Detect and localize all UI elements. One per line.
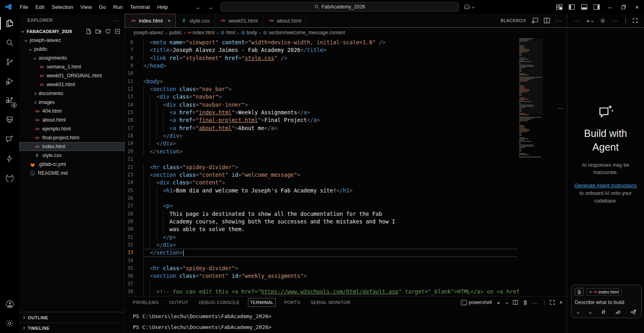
tree-item-about-html[interactable]: <>about.html	[19, 116, 124, 124]
blackbox-robot-icon[interactable]	[0, 110, 19, 130]
shell-selector[interactable]: >_ powershell	[461, 300, 492, 305]
tree-item-404-html[interactable]: <>404.html	[19, 107, 124, 116]
maximize-panel-icon[interactable]	[550, 300, 555, 305]
menu-go[interactable]: Go	[95, 4, 109, 10]
copilot-menu-button[interactable]	[464, 4, 474, 10]
tree-item-public[interactable]: public	[19, 45, 124, 54]
code-line-18[interactable]: 18</div>	[125, 132, 567, 140]
menu-file[interactable]: File	[16, 4, 32, 10]
refresh-icon[interactable]	[105, 29, 111, 34]
close-tab-icon[interactable]: ×	[167, 18, 171, 24]
tools-icon[interactable]	[601, 309, 606, 315]
explorer-icon[interactable]	[0, 14, 19, 33]
code-line-13[interactable]: 13<div class="navbar">	[125, 93, 567, 101]
breadcrumb-item[interactable]: public	[169, 30, 182, 35]
code-line-21[interactable]: 21	[125, 155, 567, 163]
gitlab-icon[interactable]	[0, 168, 19, 188]
close-panel-icon[interactable]: ×	[559, 299, 563, 306]
explorer-more-icon[interactable]: ···	[113, 17, 120, 23]
tab-about-html[interactable]: <>about.html	[263, 14, 307, 27]
code-line-34[interactable]: 34	[125, 257, 567, 265]
chat-input-box[interactable]: + <> index.html Describe what to build	[571, 285, 642, 318]
terminal-more-icon[interactable]: ···	[533, 300, 539, 306]
code-line-12[interactable]: 12<section class="nav_bar">	[125, 85, 567, 93]
code-line-15[interactable]: 15<a href="index.html">Weekly Assignment…	[125, 109, 567, 116]
search-icon[interactable]	[0, 33, 19, 52]
editor-scrollbar[interactable]	[557, 108, 564, 109]
context-chip[interactable]: + <> index.html	[586, 288, 622, 296]
tree-item-index-html[interactable]: <>index.html	[19, 142, 124, 151]
tree-item-style-css[interactable]: #style.css	[19, 151, 124, 160]
share-arrow-icon[interactable]	[615, 310, 621, 315]
code-line-36[interactable]: 36<section class="content" id="weekly_as…	[125, 272, 567, 280]
kill-terminal-icon[interactable]	[523, 300, 528, 305]
code-line-37[interactable]: 37	[125, 280, 567, 288]
breadcrumb-item[interactable]: ⊘html	[221, 30, 235, 35]
code-line-10[interactable]: 10	[125, 70, 567, 77]
terminal-tab-debug-console[interactable]: DEBUG CONSOLE	[199, 300, 239, 305]
tree-item--gitlab-ci-yml[interactable]: .gitlab-ci.yml	[19, 160, 124, 169]
toggle-sidebar-icon[interactable]	[569, 4, 575, 10]
code-line-31[interactable]: 31</p>	[125, 234, 567, 241]
toggle-panel-icon[interactable]	[581, 4, 587, 10]
code-line-19[interactable]: 19</div>	[125, 140, 567, 147]
new-folder-icon[interactable]	[95, 29, 101, 34]
sidebar-section-timeline[interactable]: TIMELINE	[19, 323, 124, 333]
code-line-28[interactable]: 28This page is destinated to show all th…	[125, 210, 567, 218]
model-chevron-icon[interactable]	[589, 310, 592, 313]
code-line-33[interactable]: 33</section>	[125, 249, 567, 256]
terminal-tab-problems[interactable]: PROBLEMS	[133, 300, 159, 305]
send-icon[interactable]	[630, 309, 636, 315]
split-editor-icon[interactable]	[544, 18, 550, 23]
menu-run[interactable]: Run	[109, 4, 126, 10]
back-arrow-icon[interactable]: ←	[196, 4, 202, 10]
mode-chevron-icon[interactable]	[577, 310, 580, 313]
code-line-29[interactable]: 29Academy course, showing both the succe…	[125, 218, 567, 225]
settings-gear-icon[interactable]	[0, 314, 19, 333]
account-icon[interactable]	[0, 294, 19, 314]
code-line-32[interactable]: 32</div>	[125, 241, 567, 249]
minimize-button[interactable]: –	[603, 4, 617, 10]
editor-more-icon[interactable]: ···	[555, 18, 562, 24]
breadcrumb-item[interactable]: <>index.html	[188, 30, 215, 35]
code-line-35[interactable]: 35<hr class="spidey-divider">	[125, 265, 567, 272]
breadcrumb-item[interactable]: joseph-alavez	[134, 30, 163, 35]
breadcrumb[interactable]: joseph-alavez›public›<>index.html›⊘html›…	[125, 28, 567, 37]
blackbox-preview-icon[interactable]	[532, 18, 538, 23]
terminal-tab-serial-monitor[interactable]: SERIAL MONITOR	[311, 300, 351, 305]
tree-item-documents[interactable]: documents	[19, 89, 124, 98]
code-line-30[interactable]: 30was able to solve them.	[125, 225, 567, 233]
attach-button[interactable]	[575, 288, 584, 296]
chat-more-icon[interactable]: ···	[612, 18, 619, 24]
menu-edit[interactable]: Edit	[32, 4, 48, 10]
customize-layout-icon[interactable]	[556, 4, 562, 10]
source-control-icon[interactable]	[0, 52, 19, 72]
explorer-root-folder[interactable]: FABACADEMY_2026	[19, 27, 124, 36]
run-debug-icon[interactable]	[0, 72, 19, 91]
close-window-button[interactable]: ×	[630, 4, 644, 10]
tree-item-joseph-alavez[interactable]: joseph-alavez	[19, 36, 124, 45]
toggle-secondary-sidebar-icon[interactable]	[594, 4, 600, 10]
expand-chat-icon[interactable]	[633, 18, 638, 23]
code-line-25[interactable]: 25<h1>Bom dia and welcome to Joseph's Fa…	[125, 187, 567, 194]
tree-item-final-project-html[interactable]: <>final-project.html	[19, 133, 124, 142]
terminal-tab-output[interactable]: OUTPUT	[169, 300, 188, 305]
sidebar-section-outline[interactable]: OUTLINE	[19, 312, 124, 323]
code-line-11[interactable]: 11<body>	[125, 78, 567, 85]
minimap[interactable]	[519, 38, 543, 158]
split-terminal-icon[interactable]	[513, 300, 518, 305]
tree-item-week01-html[interactable]: <>week01.html	[19, 80, 124, 89]
lightning-icon[interactable]	[0, 149, 19, 168]
tab-style-css[interactable]: #style.css	[176, 14, 215, 27]
code-line-26[interactable]: 26	[125, 194, 567, 202]
restore-button[interactable]	[617, 5, 630, 9]
code-line-7[interactable]: 7<title>Joseph Alavez Jaimes - Fab Acade…	[125, 46, 567, 54]
chat-history-icon[interactable]: ···	[574, 18, 580, 24]
breadcrumb-item[interactable]: ⊘body	[241, 30, 257, 35]
generate-instructions-link[interactable]: Generate Agent Instructions	[574, 183, 637, 188]
chat-settings-gear-icon[interactable]	[600, 18, 606, 24]
code-line-38[interactable]: 38<!-- You can edit this <a href="https:…	[125, 288, 567, 296]
breadcrumb-item[interactable]: ⊘section#welcome_message.content	[263, 30, 345, 35]
code-line-8[interactable]: 8<link rel="stylesheet" href="style.css"…	[125, 54, 567, 62]
menu-view[interactable]: View	[77, 4, 95, 10]
